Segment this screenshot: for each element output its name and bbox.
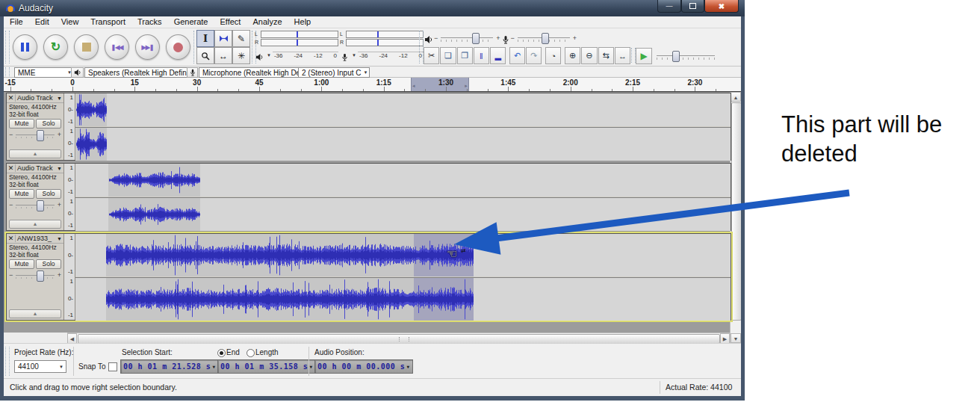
snap-to-checkbox[interactable] <box>108 362 117 371</box>
skip-to-start-button[interactable]: ❚◀◀ <box>105 34 129 60</box>
output-meter[interactable]: LR▼-36-24-120 <box>255 30 338 64</box>
solo-button[interactable]: Solo <box>36 119 61 129</box>
track-close-button[interactable]: ✕ <box>7 94 16 102</box>
copy-icon[interactable]: ❏ <box>440 47 456 64</box>
track-close-button[interactable]: ✕ <box>7 235 16 242</box>
waveform-channel[interactable] <box>75 234 731 276</box>
toolbar-grip[interactable] <box>5 347 10 376</box>
input-meter[interactable]: LR▼-36-24-120 <box>340 30 424 64</box>
track-name[interactable]: Audio Track <box>16 94 57 102</box>
menu-tracks[interactable]: Tracks <box>131 16 168 28</box>
waveform-channel[interactable] <box>75 197 731 231</box>
vertical-scroll-thumb[interactable] <box>731 102 741 321</box>
track-close-button[interactable]: ✕ <box>7 164 16 172</box>
skip-to-end-button[interactable]: ▶▶❚ <box>135 34 160 60</box>
timeline-label: 1:30 <box>438 78 453 87</box>
playback-speed-slider[interactable] <box>657 52 715 60</box>
timeline-ruler[interactable]: ◂▸-1501530451:001:151:301:452:002:152:30 <box>4 78 741 92</box>
selection-end-field[interactable]: 00 h 01 m 35.158 s▼ <box>217 359 316 374</box>
paste-icon[interactable]: ❐ <box>457 47 473 64</box>
speaker-icon[interactable] <box>71 67 84 78</box>
gain-slider[interactable]: − + <box>7 270 63 280</box>
loop-play-button[interactable]: ↻ <box>43 34 68 60</box>
envelope-tool-button[interactable] <box>214 30 232 47</box>
collapse-button[interactable]: ▲ <box>9 149 61 158</box>
track-name[interactable]: Audio Track <box>16 164 57 172</box>
output-device-select[interactable]: Speakers (Realtek High Definit▼ <box>84 67 190 78</box>
waveform-channel[interactable] <box>75 277 731 321</box>
undo-icon[interactable]: ↶ <box>509 47 525 64</box>
output-volume-slider[interactable] <box>441 34 493 42</box>
fit-selection-icon[interactable]: ⇆ <box>598 47 614 64</box>
pause-button[interactable] <box>13 34 37 60</box>
cut-icon[interactable]: ✂ <box>424 47 439 64</box>
meter-menu-arrow-icon[interactable]: ▼ <box>352 53 356 58</box>
audio-position-field[interactable]: 00 h 00 m 00.000 s▼ <box>314 359 413 374</box>
collapse-button[interactable]: ▲ <box>9 220 61 229</box>
timeshift-tool-button[interactable]: ↔ <box>214 47 232 64</box>
redo-icon[interactable]: ↷ <box>526 47 542 64</box>
waveform-channel[interactable] <box>75 164 731 197</box>
draw-tool-button[interactable]: ✎ <box>232 30 250 47</box>
waveform-channel[interactable] <box>75 127 731 161</box>
waveform-channel[interactable] <box>75 93 731 126</box>
fit-project-icon[interactable]: ↔ <box>615 47 630 64</box>
sync-lock-icon[interactable]: ◔ <box>545 47 561 64</box>
title-bar[interactable]: Audacity — ✖ <box>0 0 745 16</box>
close-button[interactable]: ✖ <box>704 0 739 13</box>
menu-edit[interactable]: Edit <box>29 16 55 28</box>
input-volume-slider[interactable] <box>518 34 570 42</box>
project-rate-select[interactable]: 44100▼ <box>14 360 66 373</box>
scroll-up-arrow[interactable]: ▲ <box>731 92 741 102</box>
selection-start-field[interactable]: 00 h 01 m 21.528 s▼ <box>120 359 219 374</box>
menu-effect[interactable]: Effect <box>214 16 247 28</box>
trim-audio-icon[interactable]: ǁ <box>474 47 489 64</box>
menu-view[interactable]: View <box>55 16 85 28</box>
toolbar-grip[interactable] <box>5 67 10 76</box>
solo-button[interactable]: Solo <box>36 259 61 269</box>
multi-tool-button[interactable]: ✳ <box>232 47 250 64</box>
menu-analyze[interactable]: Analyze <box>246 16 288 28</box>
maximize-button[interactable] <box>681 0 704 13</box>
horizontal-scrollbar[interactable]: ◀ ▶ <box>67 333 730 343</box>
waveform-area[interactable] <box>75 234 731 320</box>
solo-button[interactable]: Solo <box>36 189 61 199</box>
record-button[interactable] <box>166 34 190 60</box>
mute-button[interactable]: Mute <box>9 259 34 269</box>
scroll-down-arrow[interactable]: ▼ <box>731 333 741 343</box>
selection-tool-button[interactable]: I <box>196 30 214 47</box>
track-menu-arrow-icon[interactable]: ▼ <box>57 236 63 241</box>
play-at-speed-button[interactable]: ▶ <box>636 48 652 64</box>
meter-menu-arrow-icon[interactable]: ▼ <box>267 53 271 58</box>
mute-button[interactable]: Mute <box>9 119 34 129</box>
scroll-left-arrow[interactable]: ◀ <box>67 333 77 343</box>
menu-file[interactable]: File <box>4 16 29 28</box>
end-radio[interactable] <box>217 349 226 357</box>
menu-help[interactable]: Help <box>288 16 317 28</box>
mute-button[interactable]: Mute <box>9 189 34 199</box>
zoom-tool-button[interactable] <box>196 47 214 64</box>
zoom-in-icon[interactable]: ⊕ <box>565 47 580 64</box>
collapse-button[interactable]: ▲ <box>9 309 61 318</box>
stop-button[interactable] <box>74 34 99 60</box>
scroll-right-arrow[interactable]: ▶ <box>720 333 730 343</box>
gain-slider[interactable]: − + <box>7 129 63 140</box>
vertical-scrollbar[interactable]: ▲ ▼ <box>730 92 741 343</box>
track-menu-arrow-icon[interactable]: ▼ <box>57 166 63 171</box>
gain-slider[interactable]: − + <box>7 200 63 210</box>
track-name[interactable]: ANW1933_ <box>16 235 57 242</box>
track-menu-arrow-icon[interactable]: ▼ <box>57 96 63 101</box>
minimize-button[interactable]: — <box>657 0 681 13</box>
input-channels-select[interactable]: 2 (Stereo) Input C▼ <box>298 67 370 78</box>
menu-generate[interactable]: Generate <box>168 16 214 28</box>
length-radio[interactable] <box>246 349 255 357</box>
audio-host-select[interactable]: MME▼ <box>14 67 74 78</box>
menu-transport[interactable]: Transport <box>84 16 131 28</box>
waveform-area[interactable] <box>75 164 731 230</box>
horizontal-scroll-thumb[interactable] <box>78 334 720 343</box>
input-device-select[interactable]: Microphone (Realtek High Defi▼ <box>199 67 302 78</box>
microphone-icon[interactable] <box>187 67 198 78</box>
zoom-out-icon[interactable]: ⊖ <box>581 47 597 64</box>
silence-audio-icon[interactable]: ▂ <box>490 47 506 64</box>
waveform-area[interactable] <box>75 93 731 160</box>
